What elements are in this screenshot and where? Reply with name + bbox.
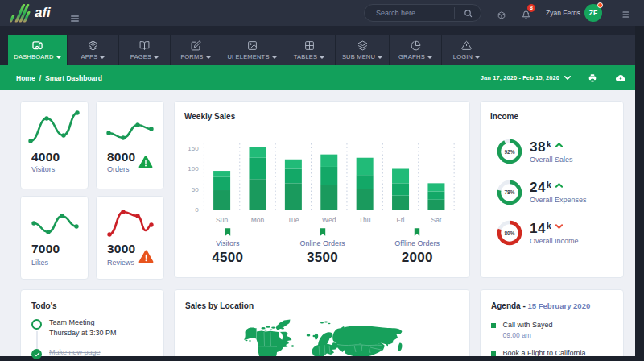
income-row-sales: 92% 38k Overall Sales	[496, 138, 613, 165]
metric-visitors: Visitors 4500	[180, 228, 275, 266]
avatar[interactable]: ZF	[584, 4, 602, 22]
list-menu-icon[interactable]	[620, 8, 630, 23]
chevron-down-icon	[206, 56, 211, 59]
orders-sparkline	[101, 110, 158, 151]
visitors-sparkline	[26, 110, 82, 151]
nav-item-label: LOGIN	[453, 53, 480, 60]
income-value-row: 14k	[530, 222, 579, 235]
stats-grid: 4000 Visitors 8000 Orders	[20, 101, 164, 280]
metric-value: 3500	[307, 250, 338, 266]
chevron-down-icon	[272, 56, 277, 59]
reviews-sparkline	[101, 205, 158, 246]
income-value-row: 38k	[530, 140, 573, 154]
breadcrumb-current: Smart Dashboard	[45, 74, 102, 82]
main-nav: DASHBOARD APPS	[0, 26, 644, 65]
notifications-bell[interactable]: 8	[522, 8, 530, 23]
nav-item-sub-menu[interactable]: SUB MENU	[336, 35, 390, 65]
agenda-title: Agenda - 15 February 2020	[491, 301, 613, 310]
todo-title: Team Meeting	[49, 318, 117, 328]
warning-triangle-green-icon	[138, 156, 154, 172]
donut-percent: 92%	[496, 138, 523, 165]
date-range-text: Jan 17, 2020 - Feb 15, 2020	[481, 74, 559, 81]
world-map[interactable]	[235, 315, 420, 361]
main-row-2: Todo's Team Meeting Thursday at 3:30 PM	[20, 289, 624, 361]
search-icon[interactable]	[455, 9, 481, 18]
table-grid-icon	[304, 39, 315, 51]
stat-value: 4000	[31, 150, 60, 164]
nav-item-label: APPS	[81, 53, 105, 60]
agenda-card: Agenda - 15 February 2020 Call with Saye…	[480, 289, 624, 361]
nav-item-label: TABLES	[294, 53, 324, 60]
book-open-icon	[139, 39, 150, 51]
warning-triangle-orange-icon	[138, 250, 154, 268]
metric-online-orders: Online Orders 3500	[275, 228, 370, 266]
income-info: 24k Overall Expenses	[530, 180, 587, 204]
chevron-down-icon	[56, 56, 61, 59]
bookmark-icon	[320, 228, 326, 236]
nav-item-graphs[interactable]: GRAPHS	[390, 35, 442, 65]
todo-item[interactable]: Team Meeting Thursday at 3:30 PM	[31, 318, 153, 338]
search-input[interactable]	[365, 9, 454, 17]
nav-item-apps[interactable]: APPS	[68, 35, 119, 65]
codesandbox-icon	[88, 39, 98, 51]
weekly-sales-metrics: Visitors 4500 Online Orders 3500	[180, 228, 464, 266]
print-button[interactable]	[580, 65, 605, 90]
nav-item-ui-elements[interactable]: UI ELEMENTS	[221, 35, 283, 65]
package-icon[interactable]	[497, 8, 506, 23]
breadcrumb-home[interactable]: Home	[16, 74, 35, 82]
user-name[interactable]: Zyan Ferris	[546, 0, 580, 26]
square-bullet-icon	[491, 323, 496, 328]
nav-item-label: GRAPHS	[398, 53, 432, 60]
expenses-donut: 78%	[496, 179, 523, 206]
todo-circle-icon[interactable]	[31, 319, 42, 330]
nav-item-pages[interactable]: PAGES	[119, 35, 171, 65]
svg-text:100: 100	[188, 165, 199, 172]
todo-list: Team Meeting Thursday at 3:30 PM Make ne…	[31, 318, 153, 359]
agenda-item[interactable]: Call with Sayed 09:00 am	[491, 321, 613, 339]
nav-label: LOGIN	[453, 53, 473, 60]
income-row-expenses: 78% 24k Overall Expenses	[496, 179, 613, 206]
chevron-down-icon	[427, 56, 432, 59]
stat-value: 8000	[107, 150, 135, 164]
chevron-down-icon	[378, 56, 382, 59]
nav-item-tables[interactable]: TABLES	[283, 35, 336, 65]
todo-check-icon[interactable]	[31, 349, 42, 359]
stat-card-likes[interactable]: 7000 Likes	[20, 196, 89, 280]
nav-item-login[interactable]: LOGIN	[442, 35, 491, 65]
nav-label: UI ELEMENTS	[227, 53, 269, 60]
download-button[interactable]	[605, 65, 635, 90]
search-bar	[364, 4, 481, 22]
bookmark-icon	[225, 228, 231, 236]
chevron-down-icon	[475, 56, 480, 59]
income-card: Income 92% 38k Overall Sales	[480, 101, 624, 278]
hamburger-menu-icon[interactable]	[71, 10, 79, 17]
stat-card-reviews[interactable]: 3000 Reviews	[96, 196, 164, 280]
likes-sparkline	[26, 205, 82, 246]
nav-item-dashboard[interactable]: DASHBOARD	[8, 35, 68, 65]
nav-label: GRAPHS	[398, 53, 425, 60]
nav-label: DASHBOARD	[14, 53, 53, 60]
main-row-1: 4000 Visitors 8000 Orders	[20, 101, 624, 280]
agenda-title-text: Agenda -	[491, 301, 526, 310]
logo-text: afi	[35, 2, 51, 23]
nav-item-label: SUB MENU	[342, 53, 382, 60]
stat-label: Reviews	[107, 259, 134, 267]
income-rows: 92% 38k Overall Sales 78%	[490, 138, 613, 247]
income-donut: 80%	[496, 219, 523, 247]
trend-up-icon	[555, 183, 563, 188]
stat-label: Orders	[107, 165, 130, 173]
nav-item-forms[interactable]: FORMS	[171, 35, 221, 65]
date-range-picker[interactable]: Jan 17, 2020 - Feb 15, 2020	[472, 65, 580, 90]
right-panel-edge	[635, 26, 644, 361]
nav-item-label: UI ELEMENTS	[227, 53, 276, 60]
breadcrumb-separator: /	[39, 74, 41, 82]
stat-label: Likes	[31, 259, 48, 267]
income-title: Income	[490, 112, 613, 121]
printer-icon	[588, 74, 597, 82]
bottom-edge	[0, 356, 644, 361]
stat-card-orders[interactable]: 8000 Orders	[96, 101, 164, 189]
stat-card-visitors[interactable]: 4000 Visitors	[20, 101, 89, 189]
logo[interactable]: afi	[10, 2, 51, 23]
income-label: Overall Income	[530, 237, 579, 245]
metric-value: 2000	[402, 250, 433, 266]
